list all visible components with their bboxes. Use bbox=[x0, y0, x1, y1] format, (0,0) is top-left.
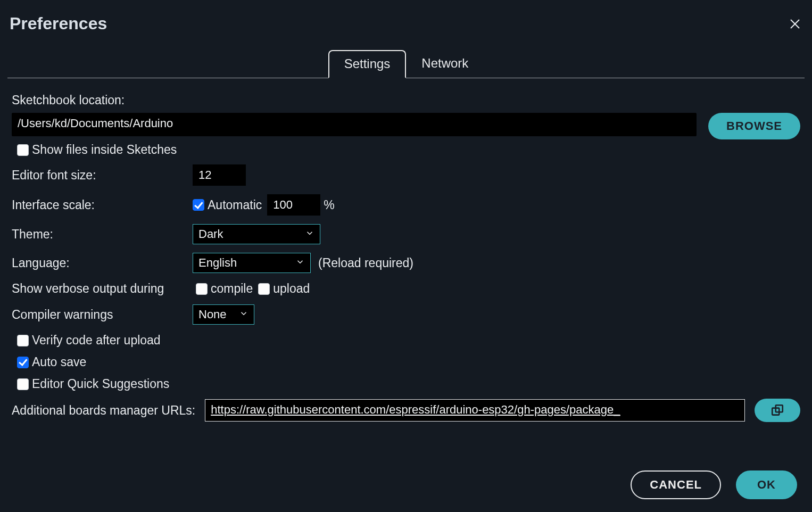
theme-label: Theme: bbox=[12, 227, 193, 242]
language-label: Language: bbox=[12, 256, 193, 270]
automatic-label: Automatic bbox=[208, 198, 262, 212]
language-select[interactable]: English bbox=[193, 253, 311, 273]
boards-urls-row: Additional boards manager URLs: https://… bbox=[12, 399, 800, 422]
dialog-footer: CANCEL OK bbox=[631, 470, 797, 499]
show-files-checkbox[interactable] bbox=[17, 144, 29, 156]
expand-urls-button[interactable] bbox=[755, 399, 800, 422]
automatic-checkbox[interactable] bbox=[193, 199, 204, 211]
autosave-checkbox[interactable] bbox=[17, 357, 29, 368]
font-size-input[interactable] bbox=[193, 164, 246, 186]
tab-bar: Settings Network bbox=[7, 49, 805, 78]
preferences-dialog: Preferences Settings Network Sketchbook … bbox=[0, 0, 812, 512]
quick-suggestions-row: Editor Quick Suggestions bbox=[17, 377, 800, 391]
interface-scale-label: Interface scale: bbox=[12, 198, 193, 212]
tab-settings[interactable]: Settings bbox=[328, 50, 407, 78]
percent-label: % bbox=[324, 198, 504, 212]
theme-value: Dark bbox=[198, 227, 223, 241]
quick-suggestions-label: Editor Quick Suggestions bbox=[32, 377, 169, 391]
scale-input[interactable] bbox=[267, 194, 320, 216]
verify-checkbox[interactable] bbox=[17, 335, 29, 346]
font-size-label: Editor font size: bbox=[12, 168, 193, 183]
verbose-label: Show verbose output during bbox=[12, 282, 193, 296]
upload-checkbox[interactable] bbox=[258, 283, 270, 295]
close-button[interactable] bbox=[788, 16, 802, 31]
ok-button[interactable]: OK bbox=[736, 470, 797, 499]
sketchbook-label: Sketchbook location: bbox=[12, 93, 800, 108]
chevron-down-icon bbox=[239, 308, 248, 321]
show-files-label: Show files inside Sketches bbox=[32, 143, 177, 157]
tab-network[interactable]: Network bbox=[406, 50, 484, 78]
sketchbook-input[interactable]: /Users/kd/Documents/Arduino bbox=[12, 113, 697, 136]
cancel-button[interactable]: CANCEL bbox=[631, 470, 721, 499]
boards-urls-input[interactable]: https://raw.githubusercontent.com/espres… bbox=[205, 399, 745, 422]
compiler-warnings-select[interactable]: None bbox=[193, 304, 254, 325]
compiler-warnings-value: None bbox=[198, 308, 227, 321]
autosave-label: Auto save bbox=[32, 355, 86, 369]
theme-row: Theme: Dark bbox=[12, 224, 800, 244]
settings-panel: Sketchbook location: /Users/kd/Documents… bbox=[7, 78, 805, 512]
boards-urls-label: Additional boards manager URLs: bbox=[12, 403, 195, 418]
interface-scale-row: Interface scale: Automatic % bbox=[12, 194, 800, 216]
language-value: English bbox=[198, 256, 237, 270]
close-icon bbox=[789, 18, 801, 30]
dialog-header: Preferences bbox=[7, 10, 805, 49]
dialog-title: Preferences bbox=[10, 14, 107, 34]
compile-checkbox[interactable] bbox=[196, 283, 208, 295]
upload-label: upload bbox=[273, 282, 310, 296]
quick-suggestions-checkbox[interactable] bbox=[17, 378, 29, 390]
browse-button[interactable]: BROWSE bbox=[708, 113, 800, 139]
compiler-warnings-label: Compiler warnings bbox=[12, 308, 193, 322]
chevron-down-icon bbox=[305, 227, 314, 241]
show-files-row: Show files inside Sketches bbox=[17, 143, 800, 157]
sketchbook-row: /Users/kd/Documents/Arduino BROWSE bbox=[12, 113, 800, 139]
verify-row: Verify code after upload bbox=[17, 333, 800, 348]
reload-required-note: (Reload required) bbox=[318, 256, 413, 270]
language-row: Language: English (Reload required) bbox=[12, 253, 800, 273]
new-window-icon bbox=[770, 403, 784, 417]
autosave-row: Auto save bbox=[17, 355, 800, 369]
chevron-down-icon bbox=[295, 256, 305, 270]
verify-label: Verify code after upload bbox=[32, 333, 161, 348]
compiler-warnings-row: Compiler warnings None bbox=[12, 304, 800, 325]
compile-label: compile bbox=[211, 282, 253, 296]
verbose-row: Show verbose output during compile uploa… bbox=[12, 282, 800, 296]
theme-select[interactable]: Dark bbox=[193, 224, 320, 244]
font-size-row: Editor font size: bbox=[12, 164, 800, 186]
